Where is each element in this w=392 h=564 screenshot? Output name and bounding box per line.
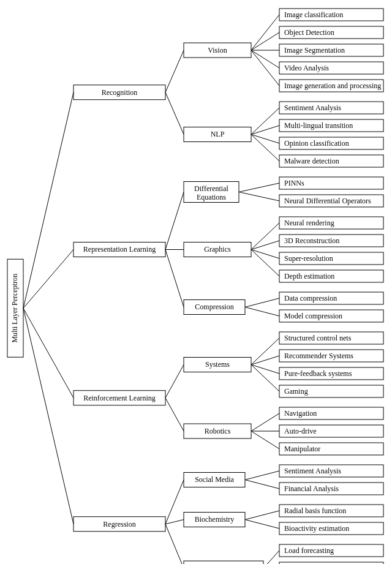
group-label: Graphics xyxy=(204,245,231,254)
leaf-label: Video Analysis xyxy=(284,64,329,72)
leaf-label: Image generation and processing xyxy=(284,81,381,90)
connector xyxy=(251,50,279,86)
connector xyxy=(23,250,74,309)
connector xyxy=(165,398,184,431)
leaf-label: Auto-drive xyxy=(284,427,317,435)
category-label: Reinforcement Learning xyxy=(83,394,156,402)
leaf-label: Opinion classification xyxy=(284,139,349,148)
connector xyxy=(251,223,279,250)
leaf-label: Sentiment Analysis xyxy=(284,467,341,475)
group-label: NLP xyxy=(211,130,225,138)
connector xyxy=(251,356,279,365)
connector xyxy=(165,92,184,135)
connector xyxy=(245,480,279,489)
connector xyxy=(251,108,279,135)
group-label: Equations xyxy=(197,193,226,201)
connector xyxy=(251,135,279,162)
leaf-label: Data compression xyxy=(284,294,337,303)
leaf-label: Gaming xyxy=(284,387,308,396)
connector xyxy=(251,135,279,144)
connector xyxy=(165,250,184,307)
group-label: Vision xyxy=(208,46,227,55)
leaf-label: Sentiment Analysis xyxy=(284,103,341,112)
connector xyxy=(165,50,184,92)
group-label: Robotics xyxy=(205,427,231,435)
category-label: Regression xyxy=(103,520,135,528)
connector xyxy=(165,365,184,398)
leaf-label: Model compression xyxy=(284,312,342,320)
connector xyxy=(251,250,279,277)
connector xyxy=(165,520,184,524)
connector xyxy=(23,308,74,524)
connector xyxy=(23,308,74,398)
leaf-label: Bioactivity estimation xyxy=(284,524,349,533)
leaf-label: Radial basis function xyxy=(284,506,346,515)
leaf-label: Malware detection xyxy=(284,157,339,165)
connector xyxy=(251,250,279,259)
connector xyxy=(239,192,279,201)
group-label: Compression xyxy=(195,303,233,311)
leaf-label: Pure-feedback systems xyxy=(284,369,352,378)
connector xyxy=(251,365,279,392)
leaf-label: Financial Analysis xyxy=(284,484,339,493)
connector xyxy=(251,50,279,68)
group-label: Systems xyxy=(205,360,230,369)
leaf-label: Image classification xyxy=(284,10,343,19)
leaf-label: Image Segmentation xyxy=(284,46,345,55)
mlp-taxonomy-diagram: Image classificationObject DetectionImag… xyxy=(0,0,392,564)
connector xyxy=(263,551,279,564)
connector xyxy=(245,511,279,520)
connector xyxy=(251,431,279,449)
leaf-label: Super-resolution xyxy=(284,254,333,263)
leaf-label: Object Detection xyxy=(284,28,334,37)
connector xyxy=(245,471,279,480)
connector xyxy=(245,520,279,529)
leaf-label: Load forecasting xyxy=(284,546,334,555)
leaf-label: Neural rendering xyxy=(284,219,334,227)
leaf-label: Neural Differential Operators xyxy=(284,197,371,205)
leaf-label: Multi-lingual transition xyxy=(284,121,353,130)
leaf-label: Depth estimation xyxy=(284,272,334,280)
connector xyxy=(165,480,184,524)
leaf-label: Manipulator xyxy=(284,445,320,453)
group-label: Social Media xyxy=(195,475,234,484)
leaf-label: 3D Reconstruction xyxy=(284,236,339,245)
connector xyxy=(245,307,279,317)
connector xyxy=(251,126,279,135)
category-label: Recognition xyxy=(102,88,138,97)
leaf-label: Recommender Systems xyxy=(284,352,353,360)
connector xyxy=(251,15,279,50)
leaf-label: PINNs xyxy=(284,179,304,187)
group-label: Biochemistry xyxy=(195,515,235,524)
connector xyxy=(251,32,279,50)
leaf-label: Navigation xyxy=(284,409,317,418)
connector xyxy=(245,298,279,307)
connector xyxy=(251,241,279,250)
leaf-label: Structured control nets xyxy=(284,334,352,342)
connector xyxy=(165,192,184,250)
connector xyxy=(239,183,279,192)
category-label: Representation Learning xyxy=(83,245,156,254)
root-label: Multi Layer Perceptron xyxy=(10,274,19,343)
connector xyxy=(251,365,279,374)
connector xyxy=(23,92,74,309)
connector xyxy=(251,413,279,431)
connector xyxy=(165,524,184,564)
connector xyxy=(251,338,279,365)
group-label: Differential xyxy=(194,184,228,193)
